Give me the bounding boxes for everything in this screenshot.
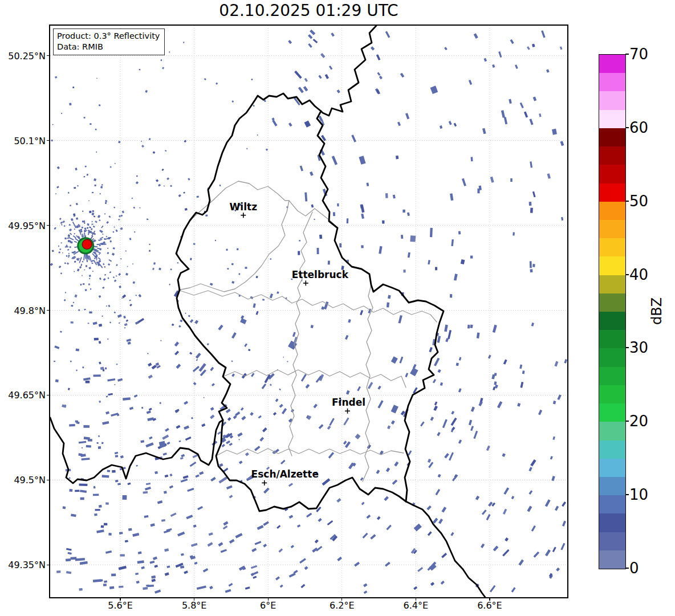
lat-tick-mark (47, 480, 49, 480)
colorbar-tick-mark (625, 274, 629, 275)
lon-tick-mark (268, 598, 269, 601)
lon-tick-mark (194, 598, 194, 601)
colorbar-segment (599, 367, 625, 385)
colorbar-segment (599, 477, 625, 495)
colorbar-tick-label: 20 (629, 413, 648, 430)
colorbar-segment (599, 220, 625, 238)
colorbar-segment (599, 91, 625, 109)
colorbar-segment (599, 238, 625, 256)
colorbar-segment (599, 110, 625, 128)
colorbar-segment (599, 128, 625, 146)
lat-tick-label: 49.5°N (0, 475, 46, 486)
city-marker (345, 409, 350, 414)
colorbar-segment (599, 440, 625, 459)
lat-tick-mark (47, 565, 49, 565)
lat-tick-label: 49.35°N (0, 560, 46, 570)
lat-tick-label: 50.1°N (0, 135, 46, 146)
colorbar-segment (599, 202, 625, 220)
lat-tick-mark (47, 140, 49, 141)
lat-tick-mark (47, 395, 49, 395)
colorbar-tick-label: 0 (629, 560, 639, 577)
colorbar-segment (599, 348, 625, 366)
lon-tick-label: 5.8°E (182, 600, 207, 611)
city-marker (262, 480, 267, 486)
radar-product-page: 02.10.2025 01:29 UTC Product: 0.3° Refle… (0, 0, 675, 616)
colorbar-tick-label: 60 (629, 119, 648, 136)
colorbar-segment (599, 495, 625, 513)
colorbar-segment (599, 256, 625, 275)
chart-title: 02.10.2025 01:29 UTC (50, 1, 567, 20)
colorbar-segment (599, 146, 625, 165)
lon-tick-label: 6.2°E (330, 600, 355, 611)
colorbar-tick-label: 50 (629, 193, 648, 210)
colorbar-segment (599, 330, 625, 348)
lon-tick-label: 6.6°E (477, 600, 502, 611)
lon-tick-mark (416, 598, 416, 601)
colorbar-tick-mark (625, 421, 629, 422)
district-borders (178, 181, 437, 482)
colorbar-tick-mark (625, 201, 629, 202)
colorbar-tick-mark (625, 494, 629, 495)
lon-tick-label: 6°E (260, 600, 276, 611)
city-marker (241, 213, 246, 218)
lat-tick-label: 49.65°N (0, 390, 46, 401)
colorbar-segment (599, 183, 625, 202)
plot-area: Product: 0.3° Reflectivity Data: RMIB Wi… (49, 25, 568, 598)
lon-tick-mark (341, 598, 342, 601)
colorbar-segment (599, 312, 625, 330)
echo-speck-layer (50, 31, 315, 489)
colorbar-segment (599, 532, 625, 550)
colorbar-segment (599, 73, 625, 91)
lat-tick-label: 49.8°N (0, 305, 46, 316)
lat-tick-label: 50.25°N (0, 50, 46, 61)
colorbar-tick-label: 30 (629, 339, 648, 356)
lat-tick-mark (47, 225, 49, 226)
lat-tick-label: 49.95°N (0, 220, 46, 231)
colorbar-segment (599, 275, 625, 293)
colorbar (599, 54, 626, 569)
lon-tick-label: 5.6°E (108, 600, 133, 611)
colorbar-segment (599, 165, 625, 183)
info-box-source-line: Data: RMIB (57, 42, 160, 52)
colorbar-tick-label: 10 (629, 486, 648, 503)
info-box: Product: 0.3° Reflectivity Data: RMIB (53, 28, 165, 55)
map-svg (50, 26, 567, 597)
info-box-product-line: Product: 0.3° Reflectivity (57, 31, 160, 42)
colorbar-tick-label: 70 (629, 46, 648, 63)
colorbar-segment (599, 550, 625, 569)
gridlines (50, 26, 567, 597)
lon-tick-mark (489, 598, 490, 601)
lat-tick-mark (47, 55, 49, 56)
lon-tick-mark (120, 598, 120, 601)
colorbar-tick-mark (625, 568, 629, 569)
colorbar-tick-label: 40 (629, 266, 648, 283)
lon-tick-label: 6.4°E (404, 600, 429, 611)
colorbar-segment (599, 403, 625, 422)
colorbar-segment (599, 513, 625, 532)
colorbar-segment (599, 422, 625, 440)
colorbar-segment (599, 293, 625, 312)
colorbar-tick-mark (625, 54, 629, 55)
colorbar-axis-label: dBZ (649, 297, 665, 325)
colorbar-segment (599, 55, 625, 73)
lat-tick-mark (47, 310, 49, 311)
colorbar-segment (599, 385, 625, 403)
colorbar-tick-mark (625, 127, 629, 128)
colorbar-segment (599, 459, 625, 477)
city-marker (303, 280, 308, 285)
colorbar-tick-mark (625, 347, 629, 348)
